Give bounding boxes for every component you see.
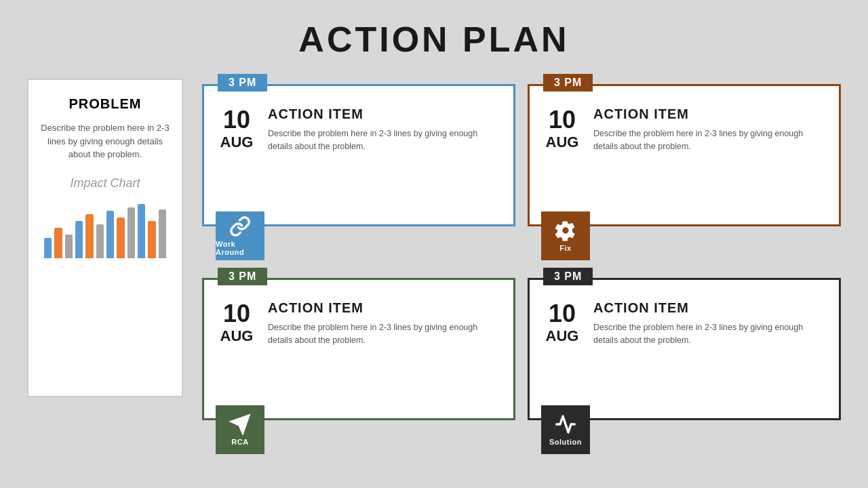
action-cards-grid: 3 PM10AUGACTION ITEMDescribe the problem… — [202, 72, 841, 447]
action-item-desc: Describe the problem here in 2-3 lines b… — [268, 321, 500, 347]
bar — [148, 221, 155, 258]
bar — [117, 218, 124, 258]
bar — [96, 224, 104, 258]
date-section: 10AUG — [218, 300, 256, 345]
impact-label: Impact Chart — [70, 176, 140, 190]
action-item-title: ACTION ITEM — [268, 106, 500, 122]
action-item-title: ACTION ITEM — [268, 300, 500, 316]
problem-desc: Describe the problem here in 2-3 lines b… — [41, 121, 170, 161]
date-section: 10AUG — [218, 106, 256, 151]
date-day: 10 — [223, 300, 250, 327]
card-top-right: 3 PM10AUGACTION ITEMDescribe the problem… — [528, 84, 841, 226]
bar — [138, 204, 145, 258]
svg-marker-1 — [231, 415, 250, 434]
date-month: AUG — [546, 327, 579, 345]
time-badge: 3 PM — [543, 74, 593, 92]
date-section: 10AUG — [543, 300, 581, 345]
bar — [127, 207, 135, 258]
action-item-desc: Describe the problem here in 2-3 lines b… — [593, 321, 825, 347]
action-item-desc: Describe the problem here in 2-3 lines b… — [268, 127, 500, 153]
card-top-left: 3 PM10AUGACTION ITEMDescribe the problem… — [202, 84, 515, 226]
bar — [54, 228, 62, 258]
bar-chart — [44, 197, 166, 258]
icon-badge-send: RCA — [216, 405, 264, 454]
bar — [44, 238, 52, 258]
date-month: AUG — [220, 327, 254, 345]
time-badge: 3 PM — [543, 268, 593, 285]
icon-badge-gear: Fix — [541, 211, 590, 260]
problem-title: PROBLEM — [69, 96, 142, 112]
bar — [75, 221, 83, 258]
bar — [65, 235, 73, 258]
card-bottom-right: 3 PM10AUGACTION ITEMDescribe the problem… — [528, 278, 841, 420]
icon-label: Solution — [549, 438, 582, 446]
icon-badge-link: Work Around — [216, 211, 264, 260]
bar — [106, 211, 114, 258]
left-panel: PROBLEM Describe the problem here in 2-3… — [27, 79, 183, 397]
date-day: 10 — [223, 106, 250, 134]
icon-badge-chart: Solution — [541, 405, 590, 454]
date-section: 10AUG — [543, 106, 581, 151]
page-title: ACTION PLAN — [0, 0, 868, 72]
bar — [85, 214, 93, 258]
date-day: 10 — [549, 106, 576, 134]
action-item-title: ACTION ITEM — [593, 300, 825, 316]
time-badge: 3 PM — [218, 268, 267, 285]
icon-label: RCA — [231, 438, 248, 446]
icon-label: Fix — [559, 244, 571, 252]
action-item-desc: Describe the problem here in 2-3 lines b… — [593, 127, 825, 153]
icon-label: Work Around — [216, 240, 264, 256]
action-item-title: ACTION ITEM — [593, 106, 825, 122]
bar — [159, 209, 166, 258]
date-month: AUG — [220, 134, 254, 151]
date-day: 10 — [549, 300, 576, 327]
date-month: AUG — [546, 134, 579, 151]
time-badge: 3 PM — [218, 74, 267, 92]
card-bottom-left: 3 PM10AUGACTION ITEMDescribe the problem… — [202, 278, 515, 420]
